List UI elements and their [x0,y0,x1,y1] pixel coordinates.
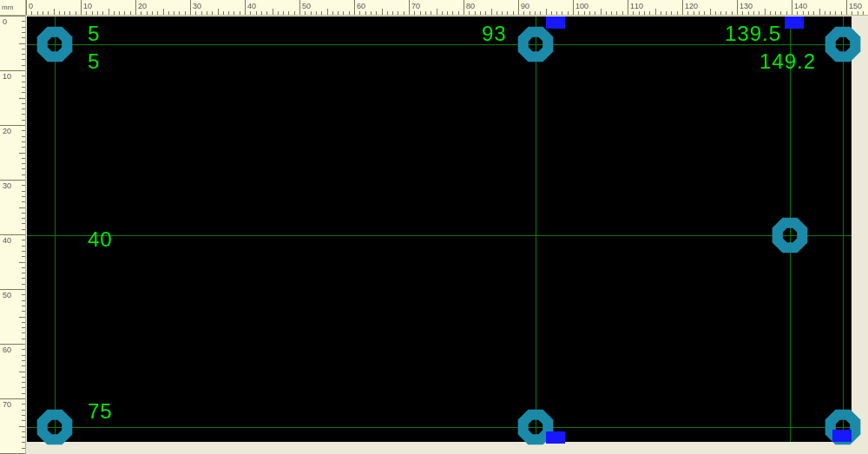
ruler-unit-label: mm [2,3,13,11]
guide-line-horizontal[interactable] [27,427,852,428]
ruler-h-tick [218,9,219,16]
ruler-h-tick: 0 [26,0,27,16]
ruler-h-label: 50 [302,2,311,10]
ruler-h-label: 150 [849,2,862,10]
ruler-h-tick: 140 [792,0,792,16]
ruler-h-tick: 20 [135,0,136,16]
ruler-h-tick [819,9,820,16]
ruler-h-label: 10 [83,2,92,10]
ruler-h-label: 90 [521,2,529,10]
ruler-v-label: 70 [3,400,11,409]
pcb-editor-workspace: mm 0102030405060708090100110120130140150… [0,0,868,454]
ruler-h-tick [546,9,547,16]
ruler-v-tick: 30 [0,180,26,181]
ruler-h-tick [601,9,602,16]
ruler-h-tick [437,9,437,16]
mounting-hole-pad[interactable] [824,24,862,63]
ruler-v-tick: 0 [0,16,26,16]
ruler-h-label: 120 [685,2,698,10]
ruler-h-label: 140 [794,2,807,10]
ruler-v-label: 50 [3,291,11,299]
guide-line-vertical[interactable] [843,16,844,442]
mounting-hole-pad[interactable] [35,407,73,445]
dimension-label: 40 [88,227,113,252]
ruler-h-tick [382,9,383,16]
guide-line-vertical[interactable] [536,16,536,442]
drawing-canvas[interactable]: 5593139.5149.24075 [27,16,852,442]
ruler-h-label: 0 [29,2,33,10]
ruler-h-label: 40 [247,2,256,10]
ruler-h-tick: 120 [682,0,683,16]
ruler-h-tick: 70 [409,0,410,16]
canvas-viewport[interactable]: 5593139.5149.24075 [26,16,868,454]
ruler-h-tick: 10 [81,0,82,16]
selection-marker[interactable] [546,431,565,444]
ruler-h-tick [710,9,711,16]
ruler-v-tick [19,262,26,263]
dimension-label: 93 [482,22,507,46]
ruler-v-tick: 20 [0,125,26,126]
ruler-v-label: 40 [3,236,11,245]
dimension-label: 75 [88,399,113,424]
selection-marker[interactable] [546,16,565,29]
ruler-v-label: 10 [3,72,11,81]
ruler-v-tick [19,372,26,372]
guide-line-horizontal[interactable] [27,235,852,236]
ruler-v-tick [19,98,26,99]
ruler-v-tick: 60 [0,344,26,345]
ruler-v-tick [19,153,26,154]
ruler-v-tick: 50 [0,289,26,290]
ruler-v-tick: 40 [0,234,26,235]
ruler-h-tick: 110 [628,0,628,16]
ruler-v-label: 30 [3,181,11,190]
ruler-h-tick: 90 [518,0,519,16]
ruler-v-label: 60 [3,345,11,354]
ruler-corner: mm [0,0,26,16]
dimension-label: 149.2 [760,49,816,74]
ruler-h-label: 60 [357,2,365,10]
ruler-h-label: 80 [466,2,475,10]
ruler-h-label: 100 [575,2,589,10]
ruler-v-label: 20 [3,127,11,135]
selection-marker[interactable] [832,430,852,442]
ruler-h-tick: 150 [846,0,847,16]
ruler-h-label: 20 [138,2,147,10]
ruler-h-tick [108,9,109,16]
ruler-h-tick: 80 [464,0,464,16]
dimension-label: 5 [88,22,100,46]
ruler-v-tick [19,426,26,427]
ruler-v-tick [19,317,26,318]
selection-marker[interactable] [785,16,804,29]
dimension-label: 5 [88,49,100,74]
ruler-h-label: 30 [193,2,201,10]
ruler-v-label: 0 [3,17,7,26]
ruler-v-tick [19,207,26,208]
ruler-h-tick: 130 [737,0,738,16]
ruler-h-tick [765,9,766,16]
vertical-ruler[interactable]: 01020304050607080 [0,16,26,454]
ruler-h-tick: 30 [190,0,191,16]
ruler-v-tick [19,43,26,44]
mounting-hole-pad[interactable] [771,216,809,254]
ruler-h-tick [273,9,273,16]
ruler-h-tick [54,9,55,16]
mounting-hole-pad[interactable] [516,24,555,63]
ruler-h-tick: 40 [245,0,246,16]
ruler-h-tick [163,9,164,16]
ruler-h-label: 70 [411,2,420,10]
ruler-h-tick [327,9,328,16]
ruler-h-tick [491,9,492,16]
ruler-h-tick [655,9,656,16]
mounting-hole-pad[interactable] [35,24,73,63]
ruler-h-tick: 60 [354,0,355,16]
ruler-h-label: 110 [630,2,643,10]
dimension-label: 139.5 [725,22,781,46]
ruler-h-tick: 100 [573,0,574,16]
ruler-h-label: 130 [740,2,753,10]
ruler-v-tick: 10 [0,70,26,71]
horizontal-ruler[interactable]: 0102030405060708090100110120130140150 [26,0,868,16]
ruler-v-tick: 70 [0,398,26,399]
guide-line-vertical[interactable] [55,16,56,442]
ruler-h-tick: 50 [299,0,300,16]
